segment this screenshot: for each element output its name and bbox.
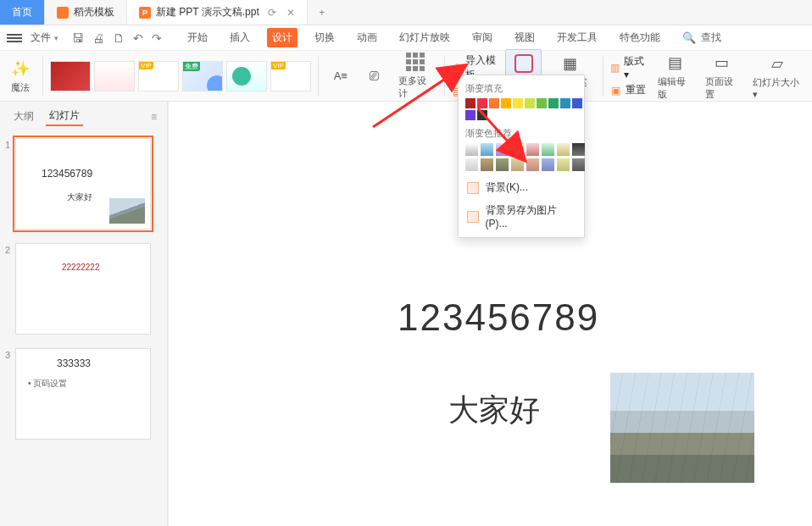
- gradient-fill-header: 渐变填充: [464, 80, 579, 98]
- tab-document[interactable]: P 新建 PPT 演示文稿.ppt ⟳ ✕: [127, 0, 308, 25]
- magic-button[interactable]: ✨ 魔法: [5, 54, 36, 97]
- template-thumb-5[interactable]: [226, 61, 267, 91]
- tab-start[interactable]: 开始: [182, 28, 213, 47]
- gradient-preset[interactable]: [542, 158, 554, 171]
- color-swatch[interactable]: [477, 98, 487, 108]
- redo-icon[interactable]: ↷: [152, 31, 162, 45]
- template-thumb-6[interactable]: VIP: [270, 61, 311, 91]
- more-design-button[interactable]: 更多设计: [393, 49, 437, 103]
- thumb2-text: 22222222: [62, 263, 100, 272]
- canvas-text-1[interactable]: 123456789: [398, 296, 599, 339]
- tab-transition[interactable]: 切换: [309, 28, 340, 47]
- layout-group: ▥版式 ▾ ▣重置: [610, 54, 650, 97]
- reset-button[interactable]: ▣重置: [610, 83, 650, 97]
- save-icon[interactable]: 🖫: [72, 31, 84, 45]
- gradient-preset[interactable]: [511, 143, 524, 156]
- color-swatch[interactable]: [525, 98, 535, 108]
- gradient-preset[interactable]: [526, 143, 539, 156]
- ppt-icon: P: [139, 7, 151, 19]
- gradient-preset[interactable]: [557, 143, 570, 156]
- gradient-preset[interactable]: [465, 143, 478, 156]
- tab-home[interactable]: 首页: [0, 0, 45, 25]
- slide-thumb-3[interactable]: 333333 • 页码设置: [15, 348, 151, 440]
- tab-animation[interactable]: 动画: [352, 28, 382, 47]
- color-swatch[interactable]: [513, 98, 523, 108]
- gradient-preset[interactable]: [481, 158, 493, 171]
- gradient-presets-grid: [464, 143, 579, 176]
- color-swatch[interactable]: [572, 98, 582, 108]
- magic-label: 魔法: [11, 81, 30, 94]
- template-thumb-1[interactable]: [50, 61, 91, 91]
- print-preview-icon[interactable]: 🗋: [113, 31, 125, 45]
- color-swatch[interactable]: [548, 98, 559, 108]
- hamburger-icon[interactable]: [7, 32, 22, 44]
- tab-templates[interactable]: 稻壳模板: [45, 0, 127, 25]
- orientation-button[interactable]: ⎚: [359, 62, 390, 91]
- slides-tab[interactable]: 幻灯片: [46, 107, 83, 126]
- separator: [444, 57, 445, 96]
- canvas-text-2[interactable]: 大家好: [448, 390, 540, 431]
- gradient-preset[interactable]: [496, 158, 509, 171]
- gradient-preset[interactable]: [481, 143, 493, 156]
- reset-icon: ▣: [610, 85, 622, 97]
- close-icon[interactable]: ✕: [286, 7, 295, 19]
- color-scheme-icon: ▦: [559, 53, 581, 75]
- find-button[interactable]: 🔍 查找: [682, 30, 721, 45]
- refresh-icon[interactable]: ⟳: [268, 7, 276, 19]
- background-save-image-label: 背景另存为图片(P)...: [486, 203, 576, 230]
- tab-slideshow[interactable]: 幻灯片放映: [394, 28, 455, 47]
- tab-review[interactable]: 审阅: [467, 28, 498, 47]
- color-swatch[interactable]: [477, 110, 487, 120]
- gradient-preset[interactable]: [572, 158, 585, 171]
- gradient-preset[interactable]: [542, 143, 554, 156]
- thumb1-text2: 大家好: [67, 191, 92, 203]
- separator: [318, 57, 319, 96]
- color-swatch[interactable]: [465, 110, 476, 120]
- page-setup-label: 页面设置: [705, 75, 739, 101]
- template-thumb-4[interactable]: 免费: [182, 61, 223, 91]
- grid-icon: [406, 53, 425, 71]
- color-swatch[interactable]: [465, 98, 476, 108]
- gradient-preset[interactable]: [572, 143, 585, 156]
- background-save-image-item[interactable]: 背景另存为图片(P)...: [464, 199, 579, 234]
- template-thumb-3[interactable]: VIP: [138, 61, 179, 91]
- tab-design[interactable]: 设计: [267, 28, 298, 47]
- tab-view[interactable]: 视图: [509, 28, 540, 47]
- template-gallery: VIP 免费 VIP: [50, 61, 311, 91]
- font-scheme-button[interactable]: A≡: [325, 62, 356, 91]
- color-swatch[interactable]: [489, 98, 499, 108]
- slide-thumb-1[interactable]: 123456789 大家好: [15, 138, 151, 230]
- slide-thumb-2[interactable]: 22222222: [15, 243, 151, 335]
- color-swatch[interactable]: [537, 98, 547, 108]
- picture-save-icon: [467, 211, 479, 223]
- free-badge: 免费: [183, 62, 200, 71]
- layout-button[interactable]: ▥版式 ▾: [610, 54, 650, 80]
- canvas-image[interactable]: [610, 373, 754, 483]
- print-quick-icon[interactable]: 🖨: [92, 31, 104, 45]
- tab-insert[interactable]: 插入: [225, 28, 255, 47]
- panel-menu-icon[interactable]: ≡: [151, 111, 157, 123]
- color-swatch[interactable]: [560, 98, 570, 108]
- file-menu-button[interactable]: 文件 ▾: [31, 30, 58, 45]
- tab-special[interactable]: 特色功能: [615, 28, 665, 47]
- page-setup-icon: ▭: [711, 52, 733, 74]
- add-tab-button[interactable]: +: [308, 0, 336, 25]
- gradient-preset[interactable]: [526, 158, 539, 171]
- edit-master-button[interactable]: ▤ 编辑母版: [653, 48, 697, 104]
- page-setup-button[interactable]: ▭ 页面设置: [700, 48, 744, 104]
- undo-icon[interactable]: ↶: [133, 31, 143, 45]
- picture-icon: [467, 182, 479, 194]
- thumb3-bullet: • 页码设置: [28, 378, 67, 390]
- gradient-preset[interactable]: [465, 158, 478, 171]
- gradient-preset[interactable]: [557, 158, 570, 171]
- tab-developer[interactable]: 开发工具: [552, 28, 603, 47]
- color-swatch[interactable]: [501, 98, 511, 108]
- gradient-preset[interactable]: [511, 158, 524, 171]
- background-icon: [513, 53, 535, 75]
- gradient-preset[interactable]: [496, 143, 509, 156]
- outline-tab[interactable]: 大纲: [10, 108, 37, 125]
- template-thumb-2[interactable]: [94, 61, 135, 91]
- slide-size-button[interactable]: ▱ 幻灯片大小 ▾: [748, 49, 807, 103]
- background-more-item[interactable]: 背景(K)...: [464, 176, 579, 199]
- thumb-number: 2: [2, 243, 10, 255]
